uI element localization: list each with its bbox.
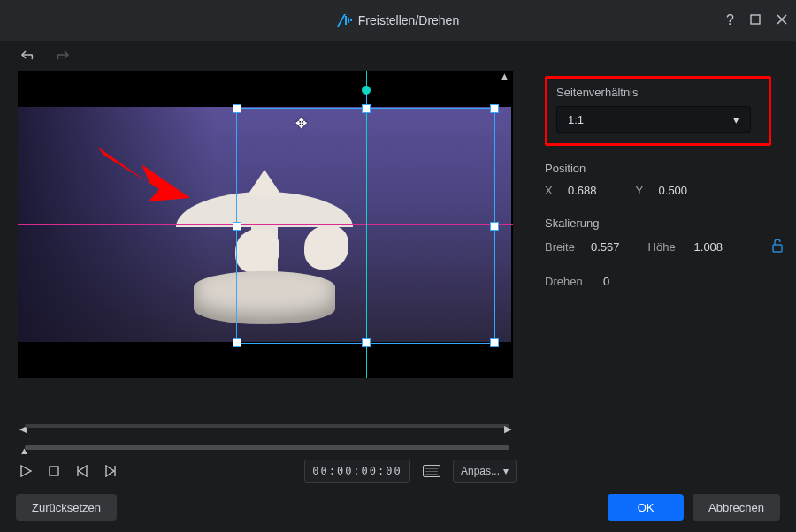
- timeline-scrubber[interactable]: ▲: [18, 440, 517, 454]
- scale-label: Skalierung: [545, 217, 784, 230]
- svg-rect-2: [348, 18, 349, 23]
- preview-canvas[interactable]: ✥ ▲: [18, 71, 513, 378]
- chevron-down-icon: ▾: [503, 465, 509, 477]
- zoom-fit-select[interactable]: Anpas... ▾: [453, 460, 517, 483]
- aspect-ratio-select[interactable]: 1:1 ▾: [556, 106, 751, 133]
- scale-width-value[interactable]: 0.567: [591, 240, 620, 254]
- reset-button[interactable]: Zurücksetzen: [16, 494, 117, 521]
- preview-pane: ✥ ▲ ◀ ▶ ▲: [0, 71, 534, 483]
- lock-aspect-icon[interactable]: [771, 239, 784, 255]
- annotation-arrow: [97, 147, 195, 211]
- position-x-value[interactable]: 0.688: [568, 184, 597, 197]
- scale-width-label: Breite: [545, 240, 580, 254]
- aspect-ratio-label: Seitenverhältnis: [556, 86, 760, 99]
- title-bar: Freistellen/Drehen ?: [0, 0, 796, 41]
- app-logo-icon: [337, 14, 353, 27]
- crop-handle-tl[interactable]: [233, 104, 241, 113]
- transport-bar: 00:00:00:00 Anpas... ▾: [0, 454, 534, 483]
- aspect-ratio-value: 1:1: [568, 113, 584, 126]
- svg-marker-7: [97, 147, 190, 201]
- svg-marker-10: [79, 466, 87, 476]
- properties-panel: Seitenverhältnis 1:1 ▾ Position X 0.688 …: [534, 71, 796, 483]
- svg-marker-8: [21, 466, 31, 476]
- chevron-down-icon: ▾: [733, 113, 739, 126]
- zoom-fit-label: Anpas...: [461, 465, 500, 477]
- zoom-scrollbar[interactable]: ◀ ▶: [18, 419, 517, 433]
- position-group: Position X 0.688 Y 0.500: [545, 162, 784, 197]
- dialog-footer: Zurücksetzen OK Abbrechen: [0, 483, 796, 532]
- play-button[interactable]: [18, 463, 34, 479]
- zoom-right-icon[interactable]: ▶: [504, 423, 511, 435]
- svg-rect-14: [773, 245, 782, 252]
- stop-button[interactable]: [46, 463, 62, 479]
- svg-marker-12: [106, 466, 114, 476]
- undo-icon[interactable]: [19, 49, 37, 64]
- scale-height-label: Höhe: [648, 240, 684, 254]
- window-title-group: Freistellen/Drehen: [337, 13, 459, 27]
- cancel-button[interactable]: Abbrechen: [693, 494, 780, 521]
- maximize-icon[interactable]: [750, 13, 761, 27]
- svg-rect-1: [345, 16, 347, 25]
- crop-rectangle[interactable]: [236, 108, 495, 344]
- position-x-label: X: [545, 184, 557, 197]
- crop-handle-br[interactable]: [490, 338, 499, 347]
- close-icon[interactable]: [777, 13, 787, 27]
- tick-top: ▲: [500, 71, 509, 81]
- aspect-ratio-highlight: Seitenverhältnis 1:1 ▾: [545, 76, 771, 146]
- scale-group: Skalierung Breite 0.567 Höhe 1.008: [545, 217, 784, 255]
- move-cursor-icon: ✥: [295, 115, 307, 132]
- svg-marker-0: [337, 14, 346, 27]
- redo-icon[interactable]: [53, 49, 71, 64]
- next-frame-button[interactable]: [103, 463, 119, 479]
- crop-handle-bl[interactable]: [233, 338, 241, 347]
- ok-button[interactable]: OK: [608, 494, 684, 521]
- help-icon[interactable]: ?: [726, 13, 734, 27]
- rotate-label: Drehen: [545, 275, 591, 288]
- rotate-value[interactable]: 0: [603, 275, 609, 288]
- position-y-value[interactable]: 0.500: [659, 184, 688, 197]
- prev-frame-button[interactable]: [74, 463, 90, 479]
- crop-handle-l[interactable]: [233, 222, 241, 231]
- svg-rect-4: [751, 15, 760, 24]
- timecode-display[interactable]: 00:00:00:00: [304, 460, 410, 483]
- svg-rect-9: [50, 467, 58, 475]
- crop-handle-t[interactable]: [362, 104, 371, 113]
- crop-handle-r[interactable]: [490, 222, 499, 231]
- scale-height-value[interactable]: 1.008: [694, 240, 723, 254]
- window-title: Freistellen/Drehen: [358, 13, 459, 27]
- crop-handle-b[interactable]: [362, 338, 371, 347]
- safe-zone-icon[interactable]: [423, 465, 440, 477]
- rotate-handle[interactable]: [362, 86, 371, 95]
- position-y-label: Y: [636, 184, 648, 197]
- svg-rect-3: [350, 19, 352, 21]
- crop-handle-tr[interactable]: [490, 104, 499, 113]
- position-label: Position: [545, 162, 784, 175]
- window-controls: ?: [726, 0, 787, 41]
- rotate-group: Drehen 0: [545, 275, 784, 288]
- history-toolbar: [0, 41, 796, 71]
